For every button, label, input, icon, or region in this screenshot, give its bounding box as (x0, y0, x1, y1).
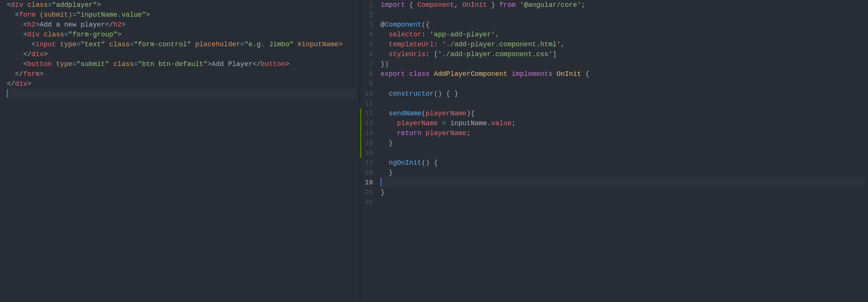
code-token: ] (553, 50, 557, 58)
code-token: "btn btn-default" (138, 60, 208, 68)
code-token: implements (512, 70, 553, 78)
code-token: > (39, 70, 44, 78)
code-line[interactable] (381, 79, 865, 89)
code-token (23, 1, 27, 9)
code-token: . (487, 120, 491, 127)
code-line[interactable]: sendName(playerName){ (381, 109, 865, 118)
code-line[interactable]: export class AddPlayerComponent implemen… (381, 69, 865, 79)
code-token: constructor (389, 90, 434, 98)
code-token: Add Player (212, 60, 252, 68)
code-token: = (72, 60, 77, 68)
code-token: > (118, 31, 122, 38)
line-number: 13 (360, 118, 373, 128)
code-line[interactable]: </form> (7, 69, 357, 79)
code-area-left[interactable]: <div class="addplayer"> <form (submit)="… (0, 0, 360, 302)
code-token: { (581, 70, 589, 78)
code-token (405, 70, 409, 78)
code-token: </ (7, 80, 15, 88)
code-token (381, 110, 389, 117)
code-line[interactable]: playerName = inputName.value; (381, 118, 865, 128)
code-line[interactable]: <div class="form-group"> (7, 30, 357, 39)
code-line[interactable]: <form (submit)="inputName.value"> (7, 10, 357, 20)
code-token: '@angular/core' (520, 1, 581, 9)
code-token: < (23, 31, 27, 38)
code-line[interactable]: selector: 'app-add-player', (381, 30, 865, 39)
code-token: playerName (426, 110, 467, 117)
code-line[interactable]: import { Component, OnInit } from '@angu… (381, 0, 865, 10)
editor-pane-right[interactable]: 123456789101112131415161718192021 import… (360, 0, 868, 302)
editor-pane-left[interactable]: <div class="addplayer"> <form (submit)="… (0, 0, 360, 302)
code-token (52, 60, 56, 68)
code-token: , (561, 41, 565, 48)
code-token: import (381, 1, 405, 9)
line-number: 20 (360, 187, 373, 197)
code-token (553, 70, 557, 78)
code-token: "form-control" (134, 41, 191, 48)
code-line[interactable]: styleUrls: ['./add-player.component.css'… (381, 49, 865, 59)
code-token: ; (581, 1, 585, 9)
code-line[interactable]: </div> (7, 79, 357, 89)
code-token: </ (252, 60, 261, 68)
code-line[interactable]: <input type="text" class="form-control" … (7, 39, 357, 49)
code-token: div (31, 50, 44, 58)
code-line[interactable]: @Component({ (381, 20, 865, 30)
code-token (381, 129, 397, 137)
code-token: : (421, 31, 426, 38)
code-line[interactable] (381, 148, 865, 158)
code-token: </ (15, 70, 24, 78)
code-token: class (113, 60, 134, 68)
code-token: OnInit (462, 1, 487, 9)
code-line[interactable]: }) (381, 59, 865, 69)
code-token: templateUrl (389, 41, 434, 48)
line-number: 4 (360, 30, 373, 39)
code-token: styleUrls (389, 50, 426, 58)
code-line[interactable]: ngOnInit() { (381, 158, 865, 168)
code-line[interactable] (381, 178, 865, 187)
code-token: 'app-add-player' (430, 31, 495, 38)
code-line[interactable]: } (381, 138, 865, 148)
code-line[interactable]: templateUrl: './add-player.component.htm… (381, 39, 865, 49)
code-line[interactable] (7, 89, 357, 99)
code-line[interactable]: } (381, 187, 865, 197)
code-token: class (109, 41, 130, 48)
code-line[interactable] (381, 10, 865, 20)
code-area-right[interactable]: import { Component, OnInit } from '@angu… (378, 0, 868, 302)
code-line[interactable]: <div class="addplayer"> (7, 0, 357, 10)
line-number: 12 (360, 109, 373, 118)
code-token (109, 60, 113, 68)
code-token: "addplayer" (52, 1, 97, 9)
code-line[interactable] (381, 99, 865, 109)
line-number: 16 (360, 148, 373, 158)
code-token: = (130, 41, 134, 48)
code-token: ({ (421, 21, 430, 28)
code-line[interactable]: <h2>Add a new player</h2> (7, 20, 357, 30)
code-token: h2 (113, 21, 122, 28)
line-number: 19 (360, 178, 373, 187)
code-token (7, 11, 15, 19)
code-token: playerName (397, 120, 438, 127)
code-token: playerName (426, 129, 467, 137)
code-token: Component (417, 1, 454, 9)
code-token: > (146, 11, 150, 19)
code-token: sendName (389, 110, 421, 117)
code-token: = (48, 1, 52, 9)
line-number: 5 (360, 39, 373, 49)
code-token: </ (23, 50, 31, 58)
code-line[interactable]: constructor() { } (381, 89, 865, 99)
code-token: < (31, 41, 36, 48)
code-line[interactable]: } (381, 168, 865, 178)
line-number: 15 (360, 138, 373, 148)
code-token (56, 41, 60, 48)
code-token: > (36, 21, 40, 28)
code-token: "text" (80, 41, 105, 48)
code-line[interactable]: </div> (7, 49, 357, 59)
code-token: = (134, 60, 138, 68)
code-line[interactable] (381, 197, 865, 207)
code-line[interactable]: return playerName; (381, 128, 865, 138)
code-token (508, 70, 512, 78)
code-line[interactable]: <button type="submit" class="btn btn-def… (7, 59, 357, 69)
code-token: #inputName (298, 41, 338, 48)
code-token (430, 70, 434, 78)
code-token: = (240, 41, 244, 48)
code-token: = (77, 41, 81, 48)
